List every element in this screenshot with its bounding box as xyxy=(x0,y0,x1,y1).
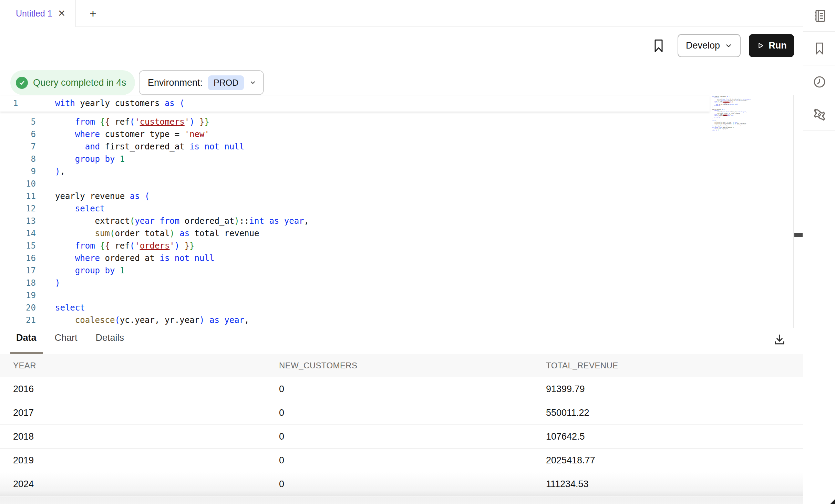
code-text: from {{ ref('customers') }} xyxy=(55,116,209,128)
lineage-icon xyxy=(812,107,827,123)
token-kw: year xyxy=(224,315,244,325)
table-row-2017[interactable]: 20170550011.22 xyxy=(0,401,803,425)
code-line-16[interactable]: 16 where ordered_at is not null xyxy=(0,252,793,264)
download-button[interactable] xyxy=(771,330,788,348)
lineage-panel-button[interactable] xyxy=(803,98,835,131)
editor-minimap[interactable]: with yearly_customers as ( select extrac… xyxy=(712,96,774,137)
token-pl: ref xyxy=(110,117,130,127)
table-row-2018[interactable]: 20180107642.5 xyxy=(0,425,803,449)
table-row-2024[interactable]: 20240111234.53 xyxy=(0,472,803,496)
download-icon xyxy=(773,333,786,346)
tab-details[interactable]: Details xyxy=(95,333,125,343)
code-editor[interactable]: 5 from {{ ref('customers') }}6 where cus… xyxy=(0,95,793,329)
table-cell: 0 xyxy=(279,479,546,490)
code-text: sum(order_total) as total_revenue xyxy=(55,227,259,240)
code-line-18[interactable]: 18) xyxy=(0,277,793,289)
code-text: with yearly_customers as ( xyxy=(55,97,185,109)
editor-scrollbar[interactable] xyxy=(793,95,803,329)
environment-label: Environment: xyxy=(148,77,203,88)
table-cell: 0 xyxy=(279,408,546,418)
environment-selector[interactable]: Environment: PROD xyxy=(139,70,264,95)
token-b2: } xyxy=(205,117,209,127)
token-b1: ( xyxy=(145,191,150,201)
tab-untitled-1[interactable]: Untitled 1 ✕ xyxy=(0,0,76,27)
token-pl xyxy=(204,315,209,325)
token-pl xyxy=(55,315,75,325)
ref-link[interactable]: customers xyxy=(140,117,185,127)
history-icon xyxy=(812,75,827,89)
table-cell: 0 xyxy=(279,431,546,442)
column-header-total_revenue: TOTAL_REVENUE xyxy=(546,361,803,370)
code-line-14[interactable]: 14 sum(order_total) as total_revenue xyxy=(0,227,793,240)
code-line-17[interactable]: 17 group by 1 xyxy=(0,264,793,277)
code-line-19[interactable]: 19 xyxy=(0,289,793,302)
token-pl: yearly_customers xyxy=(75,98,165,108)
code-line-20[interactable]: 20select xyxy=(0,302,793,314)
token-pl: customer_type = xyxy=(100,129,185,139)
token-pl: :: xyxy=(239,216,249,226)
notebook-panel-button[interactable] xyxy=(803,0,835,32)
code-line-9[interactable]: 9), xyxy=(0,165,793,178)
column-header-new_customers: NEW_CUSTOMERS xyxy=(279,361,546,370)
token-str: 'new' xyxy=(185,129,209,139)
token-kw: select xyxy=(75,204,105,213)
code-line-5[interactable]: 5 from {{ ref('customers') }} xyxy=(0,116,793,128)
token-pl: total_revenue xyxy=(189,229,259,238)
token-pl: , xyxy=(304,216,309,226)
token-kw: from xyxy=(75,117,95,127)
tab-chart[interactable]: Chart xyxy=(54,333,78,343)
sticky-scroll-line[interactable]: 1with yearly_customers as ( xyxy=(0,96,710,112)
token-b3: { xyxy=(105,241,110,251)
token-kw: group by xyxy=(75,154,115,164)
token-pl xyxy=(55,241,75,251)
line-number: 8 xyxy=(0,153,36,165)
scrollbar-thumb[interactable] xyxy=(794,233,803,237)
line-number: 9 xyxy=(0,165,36,178)
token-kw: from xyxy=(159,216,179,226)
token-num: 1 xyxy=(120,154,125,164)
code-line-6[interactable]: 6 where customer_type = 'new' xyxy=(0,128,793,140)
run-label: Run xyxy=(769,40,786,51)
code-line-11[interactable]: 11yearly_revenue as ( xyxy=(0,190,793,202)
token-pl xyxy=(115,154,120,164)
table-row-2019[interactable]: 201902025418.77 xyxy=(0,449,803,472)
bookmarks-panel-button[interactable] xyxy=(803,32,835,65)
token-pl xyxy=(55,266,75,275)
bookmark-button[interactable] xyxy=(650,37,667,54)
code-line-21[interactable]: 21 coalesce(yc.year, yr.year) as year, xyxy=(0,314,793,326)
token-b1: ( xyxy=(729,96,730,97)
token-pl xyxy=(55,154,75,164)
code-line-15[interactable]: 15 from {{ ref('orders') }} xyxy=(0,240,793,252)
history-panel-button[interactable] xyxy=(803,66,835,98)
table-cell: 107642.5 xyxy=(546,431,803,442)
code-line-13[interactable]: 13 extract(year from ordered_at)::int as… xyxy=(0,215,793,227)
code-text: ) xyxy=(55,277,60,289)
table-row-2016[interactable]: 2016091399.79 xyxy=(0,377,803,401)
token-pl xyxy=(115,266,120,275)
line-number: 15 xyxy=(0,240,36,252)
token-kw: as xyxy=(179,229,189,238)
token-pl: , xyxy=(60,167,65,176)
token-pl: total_revenue xyxy=(730,113,740,114)
notebook-icon xyxy=(812,8,827,23)
minimap-line: order by 1 xyxy=(712,130,774,131)
token-b1: ( xyxy=(130,117,135,127)
code-line-8[interactable]: 8 group by 1 xyxy=(0,153,793,165)
develop-dropdown[interactable]: Develop xyxy=(678,34,741,57)
tab-close-icon[interactable]: ✕ xyxy=(58,9,66,18)
code-line-10[interactable]: 10 xyxy=(0,178,793,190)
code-text: where ordered_at is not null xyxy=(55,252,214,264)
token-pl xyxy=(55,204,75,213)
ref-link[interactable]: orders xyxy=(140,241,170,251)
code-line-7[interactable]: 7 and first_ordered_at is not null xyxy=(0,140,793,153)
success-check-icon xyxy=(16,77,28,89)
token-pl xyxy=(55,229,95,238)
run-button[interactable]: Run xyxy=(749,34,794,57)
code-line-12[interactable]: 12 select xyxy=(0,202,793,215)
new-tab-button[interactable]: + xyxy=(83,0,103,27)
line-number: 12 xyxy=(0,202,36,215)
token-pl xyxy=(55,129,75,139)
token-kw: is not null xyxy=(159,253,214,263)
token-num: 1 xyxy=(721,116,721,118)
tab-data[interactable]: Data xyxy=(16,333,37,343)
